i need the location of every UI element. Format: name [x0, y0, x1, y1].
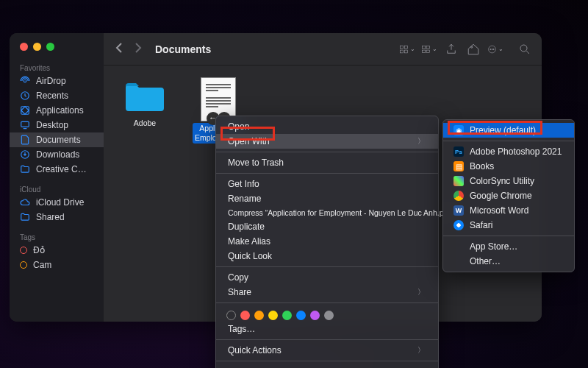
menu-separator: [216, 339, 438, 340]
svg-rect-6: [405, 46, 408, 49]
maximize-button[interactable]: [46, 43, 54, 51]
submenu-safari[interactable]: Safari: [443, 218, 574, 233]
svg-rect-7: [401, 50, 404, 53]
photoshop-app-icon: Ps: [453, 146, 464, 157]
svg-rect-11: [423, 50, 426, 52]
sidebar-tag-orange[interactable]: Cam: [10, 258, 104, 272]
submenu-colorsync[interactable]: ColorSync Utility: [443, 174, 574, 188]
sidebar-label: Downloads: [36, 149, 79, 160]
tag-gray[interactable]: [324, 311, 334, 320]
cloud-icon: [20, 197, 30, 208]
svg-point-15: [490, 49, 491, 49]
sidebar-item-shared[interactable]: Shared: [10, 210, 104, 224]
tag-green[interactable]: [282, 311, 292, 320]
submenu-photoshop[interactable]: Ps Adobe Photoshop 2021: [443, 144, 574, 159]
sidebar: Favorites AirDrop Recents Applications D…: [10, 33, 104, 322]
sidebar-label: Cam: [33, 260, 51, 270]
tags-button[interactable]: [465, 43, 481, 56]
clock-icon: [20, 91, 30, 101]
window-title: Documents: [155, 43, 211, 55]
sidebar-item-applications[interactable]: Applications: [10, 103, 104, 118]
tag-red[interactable]: [240, 311, 250, 320]
menu-separator: [443, 141, 574, 141]
sidebar-section-tags: Tags: [10, 230, 104, 243]
tag-yellow[interactable]: [268, 311, 278, 320]
menu-separator: [216, 152, 438, 152]
tag-purple[interactable]: [310, 311, 320, 320]
menu-share[interactable]: Share〉: [216, 285, 438, 300]
sidebar-item-desktop[interactable]: Desktop: [10, 118, 104, 132]
tag-orange[interactable]: [254, 311, 264, 320]
chevron-right-icon: 〉: [404, 287, 425, 297]
svg-rect-12: [426, 50, 429, 52]
submenu-word[interactable]: W Microsoft Word: [443, 203, 574, 218]
menu-rename[interactable]: Rename: [216, 191, 438, 206]
menu-teamviewer[interactable]: Send files with TeamViewer: [216, 364, 438, 368]
download-icon: [20, 149, 30, 160]
folder-icon: [20, 164, 30, 174]
menu-quick-look[interactable]: Quick Look: [216, 249, 438, 263]
chevron-right-icon: 〉: [404, 345, 425, 355]
tag-dot-icon: [20, 247, 27, 254]
menu-open-with[interactable]: Open With〉: [216, 134, 438, 149]
safari-app-icon: [453, 220, 464, 230]
menu-copy[interactable]: Copy: [216, 270, 438, 285]
chevron-right-icon: 〉: [404, 136, 425, 146]
back-button[interactable]: [112, 43, 126, 55]
search-button[interactable]: [517, 43, 533, 56]
chrome-app-icon: [453, 191, 464, 201]
menu-get-info[interactable]: Get Info: [216, 177, 438, 191]
sidebar-item-downloads[interactable]: Downloads: [10, 147, 104, 162]
svg-point-13: [471, 46, 473, 47]
submenu-app-store[interactable]: App Store…: [443, 239, 574, 254]
sidebar-label: Shared: [36, 212, 65, 222]
svg-rect-3: [21, 121, 29, 127]
action-button[interactable]: ⌄: [487, 43, 503, 56]
folder-icon: [124, 80, 165, 113]
submenu-chrome[interactable]: Google Chrome: [443, 188, 574, 203]
svg-point-17: [493, 49, 494, 49]
share-button[interactable]: [443, 43, 459, 56]
menu-make-alias[interactable]: Make Alias: [216, 234, 438, 249]
sidebar-label: Creative C…: [36, 164, 87, 174]
sidebar-tag-red[interactable]: Đỏ: [10, 243, 104, 258]
sidebar-section-favorites: Favorites: [10, 61, 104, 74]
menu-quick-actions[interactable]: Quick Actions〉: [216, 343, 438, 358]
toolbar: Documents ⌄ ⌄ ⌄: [104, 33, 542, 66]
submenu-preview[interactable]: ◉ Preview (default): [443, 123, 574, 138]
preview-app-icon: ◉: [453, 125, 464, 135]
menu-open[interactable]: Open: [216, 119, 438, 134]
group-button[interactable]: ⌄: [421, 43, 437, 56]
sidebar-item-recents[interactable]: Recents: [10, 88, 104, 103]
close-button[interactable]: [20, 43, 28, 51]
menu-duplicate[interactable]: Duplicate: [216, 219, 438, 234]
colorsync-app-icon: [453, 176, 464, 186]
sidebar-item-icloud-drive[interactable]: iCloud Drive: [10, 195, 104, 210]
sidebar-section-icloud: iCloud: [10, 183, 104, 195]
tag-none[interactable]: [226, 311, 236, 320]
file-item-folder[interactable]: Adobe: [118, 77, 171, 144]
view-icons-button[interactable]: ⌄: [399, 43, 415, 56]
tag-blue[interactable]: [296, 311, 306, 320]
menu-tag-colors: [216, 306, 438, 322]
airdrop-icon: [20, 76, 30, 86]
menu-tags[interactable]: Tags…: [216, 322, 438, 336]
sidebar-label: AirDrop: [36, 76, 66, 86]
sidebar-item-creative-cloud[interactable]: Creative C…: [10, 162, 104, 177]
shared-folder-icon: [20, 212, 30, 222]
books-app-icon: ▤: [453, 161, 464, 171]
sidebar-label: Recents: [36, 91, 68, 101]
menu-compress[interactable]: Compress “Application for Employment - N…: [216, 206, 438, 219]
menu-separator: [216, 173, 438, 174]
submenu-books[interactable]: ▤ Books: [443, 159, 574, 174]
minimize-button[interactable]: [33, 43, 41, 51]
svg-rect-5: [401, 46, 404, 49]
sidebar-item-documents[interactable]: Documents: [10, 132, 104, 147]
submenu-other[interactable]: Other…: [443, 254, 574, 269]
sidebar-label: iCloud Drive: [36, 197, 84, 208]
word-app-icon: W: [453, 205, 464, 216]
sidebar-item-airdrop[interactable]: AirDrop: [10, 74, 104, 88]
menu-separator: [216, 266, 438, 267]
forward-button[interactable]: [132, 43, 145, 55]
menu-move-to-trash[interactable]: Move to Trash: [216, 155, 438, 170]
